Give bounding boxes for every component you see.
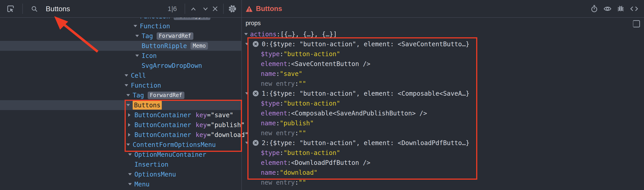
props-list: actions: [{…}, {…}, {…}]0: {$type: "butt… — [242, 29, 644, 190]
toolbar-divider — [223, 4, 224, 14]
chevron-down-icon[interactable] — [126, 144, 133, 146]
field-value[interactable]: <Composable<SaveAndPublishButton> /> — [291, 110, 427, 117]
prev-result-icon[interactable] — [190, 6, 197, 12]
stopwatch-icon[interactable] — [590, 5, 598, 13]
clear-search-icon[interactable] — [212, 5, 219, 12]
chevron-down-icon[interactable] — [128, 153, 134, 156]
key-attribute: key="save" — [196, 111, 234, 119]
field-value[interactable]: <DownloadPdfButton /> — [291, 159, 370, 166]
bug-icon[interactable] — [617, 5, 625, 13]
delete-entry-icon[interactable] — [252, 139, 259, 146]
chevron-down-icon[interactable] — [126, 104, 133, 106]
tree-row-svgarrowdropdown[interactable]: SvgArrowDropDown — [0, 61, 241, 70]
chevron-down-icon[interactable] — [124, 74, 131, 77]
tree-row-buttonripple[interactable]: ButtonRippleMemo — [0, 41, 241, 51]
field-value[interactable]: "" — [299, 80, 306, 87]
chevron-down-icon[interactable] — [124, 84, 131, 86]
tree-row-tag[interactable]: TagForwardRef — [0, 31, 241, 41]
chevron-down-icon[interactable] — [244, 33, 250, 35]
field-name: new entry — [261, 80, 295, 87]
eye-icon[interactable] — [603, 5, 612, 13]
field-value[interactable]: "button-action" — [284, 50, 340, 58]
key-attribute: key="publish" — [196, 121, 245, 129]
component-badge: Memo — [190, 42, 208, 50]
tree-row-buttons[interactable]: Buttons — [0, 100, 241, 110]
prop-field-element: element: <DownloadPdfButton /> — [242, 158, 644, 167]
field-value[interactable]: "download" — [280, 169, 318, 176]
field-name: new entry — [261, 179, 295, 186]
component-name: OptionMenuContainer — [134, 151, 206, 158]
chevron-down-icon[interactable] — [245, 43, 251, 45]
tree-row-menu[interactable]: Menu — [0, 179, 241, 189]
component-name: ButtonContainer — [134, 131, 191, 139]
field-name[interactable]: new entry — [256, 189, 290, 190]
settings-gear-icon[interactable] — [228, 5, 237, 13]
chevron-down-icon[interactable] — [135, 35, 142, 37]
component-name: ButtonRipple — [142, 42, 187, 50]
view-source-icon[interactable] — [630, 5, 638, 13]
tree-row-contentformoptionsmenu[interactable]: ContentFormOptionsMenu — [0, 140, 241, 150]
toolbar-divider — [22, 4, 23, 14]
error-triangle-icon — [246, 6, 253, 12]
field-value[interactable]: "" — [299, 129, 306, 137]
field-value[interactable]: "save" — [280, 70, 302, 77]
tree-row-function[interactable]: Function — [0, 21, 241, 31]
tree-row-buttoncontainer[interactable]: ButtonContainerkey="download" — [0, 130, 241, 140]
tree-row-insertion[interactable]: Insertion — [0, 159, 241, 169]
component-name: Cell — [131, 72, 146, 79]
chevron-down-icon[interactable] — [245, 142, 251, 144]
chevron-down-icon[interactable] — [128, 183, 134, 185]
chevron-down-icon[interactable] — [135, 55, 142, 57]
panel-divider[interactable] — [241, 0, 242, 190]
prop-preview: [{…}, {…}, {…}] — [280, 31, 337, 38]
prop-row-actions: actions: [{…}, {…}, {…}] — [242, 29, 644, 39]
tree-row-icon[interactable]: Icon — [0, 51, 241, 61]
inspected-component-title: Buttons — [256, 5, 282, 13]
inspected-header-actions — [590, 0, 638, 18]
delete-entry-icon[interactable] — [252, 41, 259, 47]
prop-entry-0: 0: {$type: "button-action", element: <Sa… — [242, 39, 644, 49]
component-name: Insertion — [134, 161, 168, 168]
search-input[interactable]: Buttons — [46, 0, 70, 18]
prop-name[interactable]: actions — [250, 31, 276, 38]
field-name: $type — [261, 50, 280, 58]
props-section-label: props — [246, 20, 261, 27]
prop-entry-1: 1: {$type: "button-action", element: <Co… — [242, 88, 644, 98]
chevron-down-icon[interactable] — [128, 173, 134, 175]
field-name: element — [261, 110, 287, 117]
chevron-down-icon[interactable] — [134, 25, 140, 27]
tree-row-optionmenucontainer[interactable]: OptionMenuContainer — [0, 150, 241, 159]
field-value[interactable]: "button-action" — [284, 149, 340, 156]
entry-preview: {$type: "button-action", element: <Downl… — [269, 139, 470, 147]
tree-row-optionsmenu[interactable]: OptionsMenu — [0, 169, 241, 179]
panel-layout-icon[interactable] — [633, 20, 640, 27]
toolbar: Buttons 1|6 Buttons — [0, 0, 644, 18]
field-value[interactable]: <SaveContentButton /> — [291, 60, 370, 68]
field-value[interactable]: "" — [299, 179, 306, 186]
component-name: OptionsMenu — [134, 171, 176, 178]
tree-row-tag[interactable]: TagForwardRef — [0, 90, 241, 100]
chevron-right-icon[interactable] — [128, 123, 134, 127]
entry-preview: {$type: "button-action", element: <Compo… — [269, 90, 470, 97]
chevron-down-icon[interactable] — [245, 92, 251, 94]
delete-entry-icon[interactable] — [252, 90, 259, 97]
field-value[interactable]: "publish" — [280, 120, 314, 127]
component-name: Menu — [134, 180, 150, 188]
tree-row-buttoncontainer[interactable]: ButtonContainerkey="save" — [0, 110, 241, 120]
field-value[interactable]: "button-action" — [284, 100, 340, 107]
tree-row-buttoncontainer[interactable]: ButtonContainerkey="publish" — [0, 120, 241, 130]
tree-row-function[interactable]: Function — [0, 80, 241, 90]
react-devtools-window: FunctionwithRippleFunctionTagForwardRefB… — [0, 0, 644, 190]
entry-index: 1: — [262, 90, 269, 97]
component-name: Function — [131, 82, 161, 89]
chevron-down-icon[interactable] — [126, 94, 133, 96]
search-icon — [31, 6, 38, 13]
next-result-icon[interactable] — [202, 6, 209, 12]
prop-field-name: name: "download" — [242, 167, 644, 177]
chevron-right-icon[interactable] — [128, 113, 134, 117]
component-name: Tag — [133, 92, 144, 99]
tree-row-cell[interactable]: Cell — [0, 70, 241, 80]
component-name: SvgArrowDropDown — [142, 62, 202, 69]
inspect-element-icon[interactable] — [6, 5, 15, 13]
chevron-right-icon[interactable] — [128, 133, 134, 137]
